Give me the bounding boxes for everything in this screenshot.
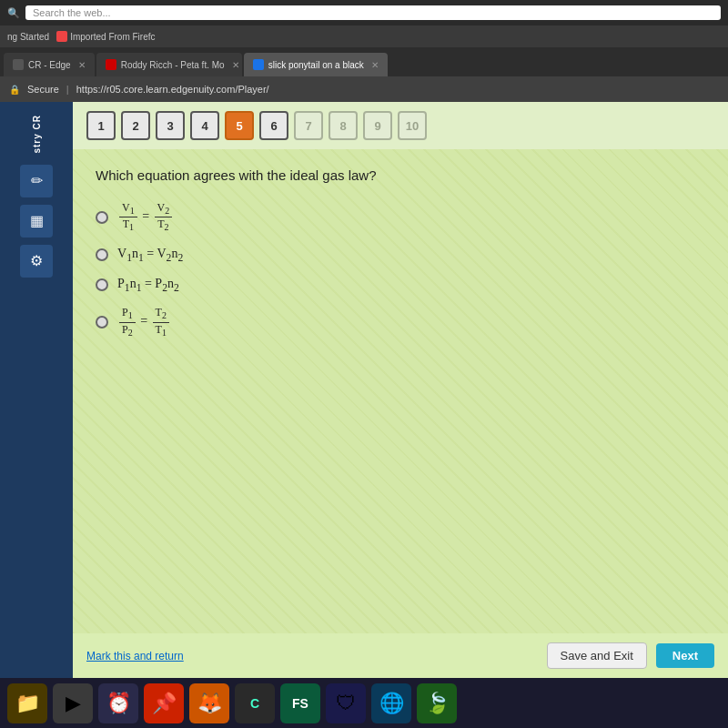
bookmark-imported[interactable]: Imported From Firefc [56, 31, 155, 42]
formula-1: V1 T1 = V2 T2 [117, 201, 174, 234]
tab-slick[interactable]: slick ponytail on a black ✕ [244, 53, 388, 76]
fraction-p1p2: P1 P2 [119, 306, 136, 339]
formula-4: P1 P2 = T2 T1 [117, 306, 171, 339]
footer-bar: Mark this and return Save and Exit Next [73, 633, 728, 678]
question-text: Which equation agrees with the ideal gas… [96, 167, 705, 183]
nav-btn-9[interactable]: 9 [363, 111, 392, 140]
url-separator: | [66, 84, 69, 95]
save-exit-button[interactable]: Save and Exit [547, 642, 647, 669]
nav-btn-8[interactable]: 8 [329, 111, 358, 140]
bookmarks-bar: ng Started Imported From Firefc [0, 25, 728, 47]
lock-icon: 🔒 [9, 85, 20, 95]
answer-options: V1 T1 = V2 T2 V1n1 = V2n2 [96, 201, 705, 339]
formula-2: V1n1 = V2n2 [117, 247, 183, 264]
search-input[interactable]: Search the web... [25, 5, 721, 20]
url-bar: 🔒 Secure | https://r05.core.learn.edgenu… [0, 76, 728, 102]
lock-label: Secure [27, 84, 59, 95]
calculator-tool-button[interactable]: ▦ [20, 205, 53, 238]
main-content: 1 2 3 4 5 6 7 8 9 10 Which equation agre… [73, 102, 728, 678]
question-area: Which equation agrees with the ideal gas… [73, 149, 728, 633]
tab-cr-edge[interactable]: CR - Edge ✕ [4, 53, 95, 76]
tabs-bar: CR - Edge ✕ Roddy Ricch - Peta ft. Mo ✕ … [0, 47, 728, 76]
taskbar-files[interactable]: 📁 [7, 683, 47, 723]
mark-return-link[interactable]: Mark this and return [86, 650, 184, 662]
nav-btn-1[interactable]: 1 [86, 111, 116, 140]
taskbar-green[interactable]: 🍃 [417, 683, 457, 723]
taskbar-media[interactable]: ▶ [53, 683, 93, 723]
taskbar-fox[interactable]: 🦊 [189, 683, 229, 723]
answer-option-4[interactable]: P1 P2 = T2 T1 [96, 306, 705, 339]
question-nav: 1 2 3 4 5 6 7 8 9 10 [73, 102, 728, 149]
bookmark-folder-icon [56, 31, 67, 42]
nav-btn-5[interactable]: 5 [225, 111, 254, 140]
answer-option-1[interactable]: V1 T1 = V2 T2 [96, 201, 705, 234]
nav-btn-3[interactable]: 3 [156, 111, 185, 140]
app-container: stry CR ✏ ▦ ⚙ 1 2 3 4 5 6 7 8 9 10 Which… [0, 102, 728, 678]
taskbar-chrome[interactable]: C [235, 683, 275, 723]
bookmark-getting-started[interactable]: ng Started [7, 32, 49, 42]
taskbar-clock[interactable]: ⏰ [98, 683, 138, 723]
tab-favicon-cr [13, 59, 24, 70]
nav-btn-6[interactable]: 6 [259, 111, 288, 140]
tab-close-slick[interactable]: ✕ [371, 60, 379, 70]
nav-btn-2[interactable]: 2 [121, 111, 150, 140]
formula-3: P1n1 = P2n2 [117, 277, 179, 294]
sidebar-title: stry CR [32, 111, 42, 157]
tab-favicon-slick [253, 59, 264, 70]
fraction-v2t2: V2 T2 [155, 201, 173, 234]
radio-btn-3[interactable] [96, 278, 108, 291]
taskbar: 📁 ▶ ⏰ 📌 🦊 C FS 🛡 🌐 🍃 [0, 678, 728, 728]
radio-btn-4[interactable] [96, 316, 108, 329]
taskbar-fs[interactable]: FS [280, 683, 320, 723]
radio-btn-2[interactable] [96, 248, 108, 261]
fraction-t2t1: T2 T1 [153, 306, 169, 339]
taskbar-pin[interactable]: 📌 [144, 683, 184, 723]
nav-btn-4[interactable]: 4 [190, 111, 219, 140]
search-icon: 🔍 [7, 7, 20, 19]
sidebar: stry CR ✏ ▦ ⚙ [0, 102, 73, 678]
footer-buttons: Save and Exit Next [547, 642, 714, 669]
tab-roddy[interactable]: Roddy Ricch - Peta ft. Mo ✕ [96, 53, 242, 76]
fraction-v1t1: V1 T1 [119, 201, 137, 234]
atom-tool-button[interactable]: ⚙ [20, 245, 53, 278]
taskbar-shield[interactable]: 🛡 [326, 683, 366, 723]
next-button[interactable]: Next [656, 643, 714, 668]
address-bar: 🔍 Search the web... [0, 0, 728, 25]
nav-btn-10[interactable]: 10 [398, 111, 427, 140]
answer-option-3[interactable]: P1n1 = P2n2 [96, 277, 705, 294]
url-text[interactable]: https://r05.core.learn.edgenuity.com/Pla… [76, 84, 269, 95]
taskbar-globe[interactable]: 🌐 [371, 683, 411, 723]
tab-close-cr[interactable]: ✕ [78, 60, 86, 70]
tab-close-roddy[interactable]: ✕ [232, 60, 239, 70]
answer-option-2[interactable]: V1n1 = V2n2 [96, 247, 705, 264]
tab-favicon-roddy [106, 59, 116, 70]
radio-btn-1[interactable] [96, 211, 108, 224]
pencil-tool-button[interactable]: ✏ [20, 165, 53, 197]
nav-btn-7[interactable]: 7 [294, 111, 323, 140]
